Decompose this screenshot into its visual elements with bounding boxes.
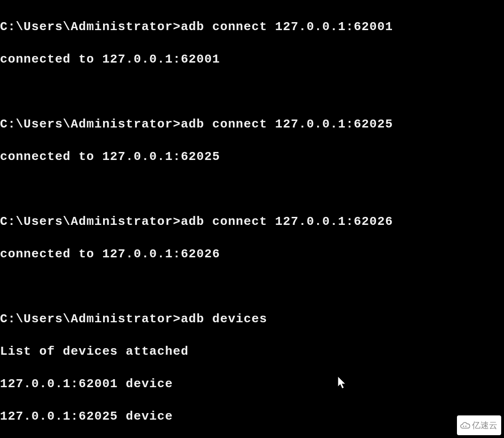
output-line: 127.0.0.1:62025 device: [0, 408, 504, 425]
prompt: C:\Users\Administrator>: [0, 20, 181, 34]
output-line: connected to 127.0.0.1:62026: [0, 246, 504, 263]
cloud-icon: [460, 421, 470, 430]
output-line: 127.0.0.1:62001 device: [0, 376, 504, 392]
command-text: adb devices: [181, 312, 267, 326]
terminal-window[interactable]: C:\Users\Administrator>adb connect 127.0…: [0, 0, 504, 438]
svg-point-1: [465, 425, 467, 427]
svg-point-0: [463, 425, 464, 427]
prompt: C:\Users\Administrator>: [0, 117, 181, 131]
watermark-text: 亿速云: [472, 417, 497, 434]
output-line: connected to 127.0.0.1:62025: [0, 149, 504, 165]
cmd-line: C:\Users\Administrator>adb connect 127.0…: [0, 19, 504, 35]
cmd-line: C:\Users\Administrator>adb devices: [0, 311, 504, 327]
blank-line: [0, 181, 504, 198]
command-text: adb connect 127.0.0.1:62001: [181, 20, 393, 34]
blank-line: [0, 279, 504, 295]
watermark-badge: 亿速云: [457, 415, 501, 436]
prompt: C:\Users\Administrator>: [0, 215, 181, 229]
output-line: List of devices attached: [0, 343, 504, 360]
command-text: adb connect 127.0.0.1:62026: [181, 215, 393, 229]
blank-line: [0, 84, 504, 100]
cmd-line: C:\Users\Administrator>adb connect 127.0…: [0, 214, 504, 230]
command-text: adb connect 127.0.0.1:62025: [181, 117, 393, 131]
prompt: C:\Users\Administrator>: [0, 312, 181, 326]
output-line: connected to 127.0.0.1:62001: [0, 51, 504, 68]
cmd-line: C:\Users\Administrator>adb connect 127.0…: [0, 116, 504, 133]
